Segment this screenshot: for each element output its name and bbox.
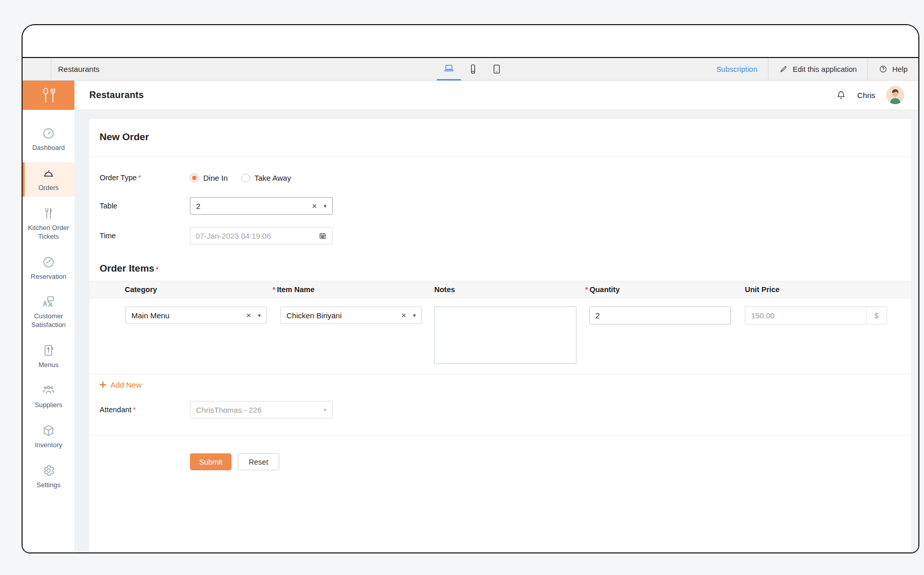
restaurant-cutlery-icon bbox=[38, 85, 59, 106]
required-asterisk: * bbox=[273, 285, 275, 294]
gear-icon bbox=[42, 464, 55, 477]
sidebar-item-label: Settings bbox=[36, 481, 61, 490]
device-preview-switcher bbox=[441, 58, 504, 80]
app-title: Restaurants bbox=[89, 90, 144, 101]
subscription-link[interactable]: Subscription bbox=[705, 58, 768, 80]
sidebar-item-menus[interactable]: Menus bbox=[23, 339, 74, 374]
help-label: Help bbox=[892, 65, 908, 73]
radio-dot bbox=[241, 174, 250, 182]
column-header-item-name: *Item Name bbox=[273, 281, 315, 298]
sidebar-item-reservation[interactable]: Reservation bbox=[23, 251, 74, 285]
topbar-app-name: Restaurants bbox=[51, 58, 100, 80]
chevron-down-icon[interactable]: ▾ bbox=[413, 313, 416, 318]
unit-price-field: 150.00 $ bbox=[745, 306, 887, 324]
chevron-down-icon[interactable]: ▾ bbox=[323, 203, 326, 209]
app-window: Restaurants bbox=[22, 24, 919, 553]
sidebar-item-dashboard[interactable]: Dashboard bbox=[23, 122, 74, 157]
chevron-down-icon: ▾ bbox=[323, 407, 326, 413]
menu-book-icon bbox=[42, 343, 55, 357]
required-asterisk: * bbox=[585, 285, 588, 294]
currency-symbol: $ bbox=[866, 307, 887, 324]
order-items-header-row: Category *Item Name Notes *Quantity Unit… bbox=[89, 281, 911, 298]
sidebar-item-label: Orders bbox=[38, 184, 59, 193]
radio-take-away[interactable]: Take Away bbox=[241, 174, 291, 182]
edit-application-button[interactable]: Edit this application bbox=[768, 58, 868, 80]
form-title: New Order bbox=[100, 131, 149, 143]
item-name-select-value: Chicken Biriyani bbox=[286, 311, 401, 320]
order-type-label: Order Type* bbox=[100, 174, 190, 182]
radio-label: Take Away bbox=[255, 174, 291, 182]
sidebar-item-label: Inventory bbox=[35, 441, 62, 450]
sidebar-item-kitchen-order-tickets[interactable]: Kitchen Order Tickets bbox=[23, 202, 74, 245]
topbar-left-cell bbox=[23, 58, 51, 80]
sidebar-item-inventory[interactable]: Inventory bbox=[23, 419, 74, 454]
window-chrome bbox=[23, 25, 918, 58]
radio-label: Dine In bbox=[203, 174, 228, 182]
clear-icon[interactable]: × bbox=[246, 311, 252, 320]
divider bbox=[89, 156, 911, 157]
sidebar-item-label: Dashboard bbox=[32, 144, 65, 152]
time-input[interactable] bbox=[196, 232, 318, 240]
clear-icon[interactable]: × bbox=[401, 311, 407, 320]
table-select-value: 2 bbox=[196, 202, 312, 210]
add-new-label: Add New bbox=[110, 380, 142, 389]
device-tablet-button[interactable] bbox=[489, 58, 504, 80]
sidebar-item-suppliers[interactable]: Suppliers bbox=[23, 379, 74, 414]
attendant-select-value: ChrisThomas - 226 bbox=[196, 406, 323, 414]
sidebar-item-label: Reservation bbox=[31, 273, 66, 281]
notifications-bell-icon[interactable] bbox=[836, 90, 846, 101]
attendant-label: Attendant* bbox=[100, 406, 190, 414]
divider bbox=[89, 374, 911, 374]
device-desktop-button[interactable] bbox=[441, 58, 457, 80]
app-logo[interactable] bbox=[23, 81, 74, 110]
table-select[interactable]: 2 × ▾ bbox=[190, 197, 333, 215]
sidebar-item-customer-satisfaction[interactable]: Customer Satisfaction bbox=[23, 291, 74, 334]
radio-dot bbox=[190, 174, 199, 182]
time-label: Time bbox=[100, 232, 190, 240]
unit-price-value: 150.00 bbox=[745, 307, 866, 324]
cloche-icon bbox=[42, 166, 55, 180]
sidebar-item-label: Menus bbox=[38, 361, 59, 370]
sidebar-item-label: Kitchen Order Tickets bbox=[26, 224, 71, 241]
sidebar-item-orders[interactable]: Orders bbox=[23, 162, 74, 197]
app-header: Restaurants Chris bbox=[74, 81, 918, 110]
order-type-radio-group: Dine In Take Away bbox=[190, 174, 291, 182]
item-name-select[interactable]: Chicken Biriyani × ▾ bbox=[280, 306, 422, 324]
submit-button[interactable]: Submit bbox=[190, 453, 232, 470]
help-icon bbox=[879, 65, 888, 73]
category-select-value: Main Menu bbox=[131, 311, 246, 320]
content-area: New Order Order Type* Dine In Take Away bbox=[74, 110, 918, 552]
user-avatar[interactable] bbox=[886, 86, 904, 104]
new-order-form-card: New Order Order Type* Dine In Take Away bbox=[89, 119, 911, 552]
pencil-icon bbox=[779, 65, 788, 73]
radio-dine-in[interactable]: Dine In bbox=[190, 174, 228, 182]
user-name[interactable]: Chris bbox=[857, 91, 875, 100]
category-select[interactable]: Main Menu × ▾ bbox=[125, 306, 267, 324]
topbar-actions: Subscription Edit this application bbox=[705, 58, 918, 80]
divider bbox=[89, 435, 911, 436]
time-field[interactable] bbox=[190, 227, 333, 244]
sidebar: Dashboard Orders bbox=[23, 81, 74, 552]
sidebar-nav: Dashboard Orders bbox=[23, 110, 74, 500]
column-header-unit-price: Unit Price bbox=[745, 281, 780, 298]
dashboard-icon bbox=[42, 126, 55, 140]
form-actions: Submit Reset bbox=[190, 453, 279, 470]
table-label: Table bbox=[100, 202, 190, 210]
phone-icon bbox=[467, 63, 479, 75]
clock-icon bbox=[42, 255, 55, 269]
add-new-row-button[interactable]: Add New bbox=[100, 380, 142, 389]
quantity-input[interactable] bbox=[589, 306, 731, 324]
required-asterisk: * bbox=[133, 406, 136, 414]
laptop-icon bbox=[442, 63, 455, 75]
notes-textarea[interactable] bbox=[434, 306, 576, 364]
reset-button[interactable]: Reset bbox=[238, 453, 279, 470]
device-phone-button[interactable] bbox=[466, 58, 480, 80]
sidebar-item-settings[interactable]: Settings bbox=[23, 459, 74, 494]
edit-application-label: Edit this application bbox=[793, 65, 857, 73]
clear-icon[interactable]: × bbox=[312, 202, 317, 210]
people-group-icon bbox=[42, 384, 55, 397]
chevron-down-icon[interactable]: ▾ bbox=[258, 313, 261, 318]
attendant-select[interactable]: ChrisThomas - 226 ▾ bbox=[190, 401, 333, 418]
required-asterisk: * bbox=[138, 174, 141, 182]
help-button[interactable]: Help bbox=[868, 58, 918, 80]
